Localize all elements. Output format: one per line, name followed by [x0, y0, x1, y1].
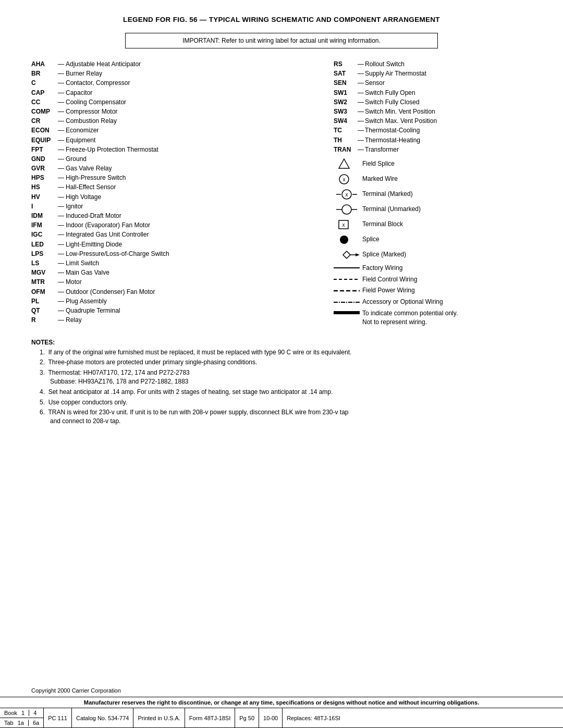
footer-tab-row: Tab1a6a	[0, 718, 43, 727]
abbr-row-TRAN: TRAN — Transformer	[334, 145, 532, 154]
accessory-wiring-icon	[334, 299, 362, 305]
field-power-wiring-label: Field Power Wiring	[362, 286, 415, 295]
abbr-row-TH: TH — Thermostat-Heating	[334, 136, 532, 144]
footer-book-tab: Book14 Tab1a6a	[0, 708, 44, 727]
abbr-row-SEN: SEN — Sensor	[334, 79, 532, 87]
page: LEGEND FOR FIG. 56 — TYPICAL WIRING SCHE…	[0, 0, 563, 728]
copyright-text: Copyright 2000 Carrier Corporation	[0, 684, 563, 697]
footer-replaces: Replaces: 48TJ-16SI	[283, 708, 345, 727]
footer-printed: Printed in U.S.A.	[133, 708, 185, 727]
terminal-unmarked-label: Terminal (Unmarked)	[362, 205, 421, 214]
abbr-row-FPT: FPT — Freeze-Up Protection Thermostat	[31, 145, 323, 154]
footer-area: Copyright 2000 Carrier Corporation Manuf…	[0, 684, 563, 728]
svg-point-12	[340, 236, 348, 244]
svg-text:x: x	[346, 192, 348, 198]
footer-date: 10-00	[259, 708, 283, 727]
accessory-wiring-label: Accessory or Optional Wiring	[362, 298, 443, 306]
svg-marker-0	[339, 159, 349, 168]
abbr-row-COMP: COMP — Compressor Motor	[31, 107, 323, 116]
splice-marked-icon	[334, 249, 362, 261]
note-2: 2. Three-phase motors are protected unde…	[40, 358, 532, 367]
symbol-row-field-control: Field Control Wiring	[334, 275, 532, 284]
field-power-wiring-icon	[334, 288, 362, 294]
abbr-row-LED: LED — Light-Emitting Diode	[31, 240, 323, 249]
important-note-box: IMPORTANT: Refer to unit wiring label fo…	[125, 33, 438, 48]
footer-pg: Pg 50	[235, 708, 259, 727]
abbr-row-IDM: IDM — Induced-Draft Motor	[31, 212, 323, 220]
abbr-row-SW1: SW1 — Switch Fully Open	[334, 89, 532, 97]
splice-label: Splice	[362, 235, 380, 244]
marked-wire-label: Marked Wire	[362, 175, 398, 183]
abbr-row-CR: CR — Combustion Relay	[31, 117, 323, 125]
notes-section: NOTES: 1. If any of the original wire fu…	[31, 339, 532, 426]
note-1: 1. If any of the original wire furnished…	[40, 348, 532, 357]
abbr-row-PL: PL — Plug Assembly	[31, 297, 323, 305]
symbol-row-accessory: Accessory or Optional Wiring	[334, 298, 532, 306]
abbr-row-I: I — Ignitor	[31, 202, 323, 211]
abbr-row-MGV: MGV — Main Gas Valve	[31, 268, 323, 277]
abbr-row-HV: HV — High Voltage	[31, 193, 323, 201]
footer-book-row: Book14	[0, 708, 43, 718]
symbol-row-terminal-unmarked: Terminal (Unmarked)	[334, 203, 532, 216]
svg-text:x: x	[342, 222, 345, 228]
abbr-row-C: C — Contactor, Compressor	[31, 79, 323, 87]
abbr-row-HPS: HPS — High-Pressure Switch	[31, 174, 323, 182]
factory-wiring-icon	[334, 265, 362, 271]
main-title: LEGEND FOR FIG. 56 — TYPICAL WIRING SCHE…	[31, 16, 532, 23]
abbr-row-IFM: IFM — Indoor (Evaporator) Fan Motor	[31, 221, 323, 229]
note-4: 4. Set heat anticipator at .14 amp. For …	[40, 388, 532, 397]
abbr-row-AHA: AHA — Adjustable Heat Anticipator	[31, 60, 323, 68]
abbr-row-CAP: CAP — Capacitor	[31, 89, 323, 97]
field-control-wiring-label: Field Control Wiring	[362, 275, 417, 284]
note-6: 6. TRAN is wired for 230-v unit. If unit…	[40, 408, 532, 426]
terminal-marked-label: Terminal (Marked)	[362, 190, 413, 199]
abbr-row-HS: HS — Hall-Effect Sensor	[31, 183, 323, 191]
terminal-unmarked-icon	[334, 203, 362, 216]
abbr-row-OFM: OFM — Outdoor (Condenser) Fan Motor	[31, 288, 323, 296]
terminal-block-label: Terminal Block	[362, 220, 403, 229]
abbr-row-SW3: SW3 — Switch Min. Vent Position	[334, 107, 532, 116]
abbr-row-IGC: IGC — Integrated Gas Unit Controller	[31, 230, 323, 239]
common-potential-label: To indicate common potential only.Not to…	[362, 309, 458, 327]
right-abbreviations: RS — Rollout Switch SAT — Supply Air The…	[334, 60, 532, 154]
abbr-row-SW4: SW4 — Switch Max. Vent Position	[334, 117, 532, 125]
abbr-row-SW2: SW2 — Switch Fully Closed	[334, 98, 532, 106]
marked-wire-icon: x	[334, 173, 362, 186]
svg-marker-15	[356, 253, 360, 256]
footer-pc: PC 111	[44, 708, 72, 727]
symbol-row-factory-wiring: Factory Wiring	[334, 264, 532, 273]
symbol-section: Field Splice x Marked Wire	[334, 158, 532, 327]
notes-title: NOTES:	[31, 339, 532, 346]
abbr-row-BR: BR — Burner Relay	[31, 69, 323, 78]
abbr-row-R: R — Relay	[31, 316, 323, 324]
symbol-row-terminal-marked: x Terminal (Marked)	[334, 188, 532, 201]
footer-catalog: Catalog No. 534-774	[72, 708, 134, 727]
splice-icon	[334, 233, 362, 246]
footer-form: Form 48TJ-18SI	[185, 708, 235, 727]
legend-area: AHA — Adjustable Heat Anticipator BR — B…	[31, 60, 532, 329]
symbol-row-field-splice: Field Splice	[334, 158, 532, 170]
abbr-row-SAT: SAT — Supply Air Thermostat	[334, 69, 532, 78]
legend-right: RS — Rollout Switch SAT — Supply Air The…	[334, 60, 532, 329]
symbol-row-field-power: Field Power Wiring	[334, 286, 532, 295]
symbol-row-terminal-block: x Terminal Block	[334, 218, 532, 231]
footer-warning: Manufacturer reserves the right to disco…	[0, 697, 563, 708]
symbol-row-common-potential: To indicate common potential only.Not to…	[334, 309, 532, 327]
symbol-row-splice-marked: Splice (Marked)	[334, 249, 532, 261]
terminal-block-icon: x	[334, 218, 362, 231]
footer-bottom-row: Book14 Tab1a6a PC 111 Catalog No. 534-77…	[0, 708, 563, 727]
note-5: 5. Use copper conductors only.	[40, 398, 532, 407]
important-note-text: IMPORTANT: Refer to unit wiring label fo…	[182, 37, 381, 44]
abbr-row-LPS: LPS — Low-Pressure/Loss-of-Charge Switch	[31, 250, 323, 258]
svg-text:x: x	[343, 177, 346, 182]
factory-wiring-label: Factory Wiring	[362, 264, 402, 273]
svg-marker-13	[343, 251, 350, 258]
footer-bar: Manufacturer reserves the right to disco…	[0, 697, 563, 728]
abbr-row-LS: LS — Limit Switch	[31, 259, 323, 267]
abbr-row-RS: RS — Rollout Switch	[334, 60, 532, 68]
abbr-row-TC: TC — Thermostat-Cooling	[334, 126, 532, 134]
abbr-row-GND: GND — Ground	[31, 155, 323, 163]
abbr-row-MTR: MTR — Motor	[31, 278, 323, 286]
note-3: 3. Thermostat: HH07AT170, 172, 174 and P…	[40, 368, 532, 386]
symbol-row-splice: Splice	[334, 233, 532, 246]
